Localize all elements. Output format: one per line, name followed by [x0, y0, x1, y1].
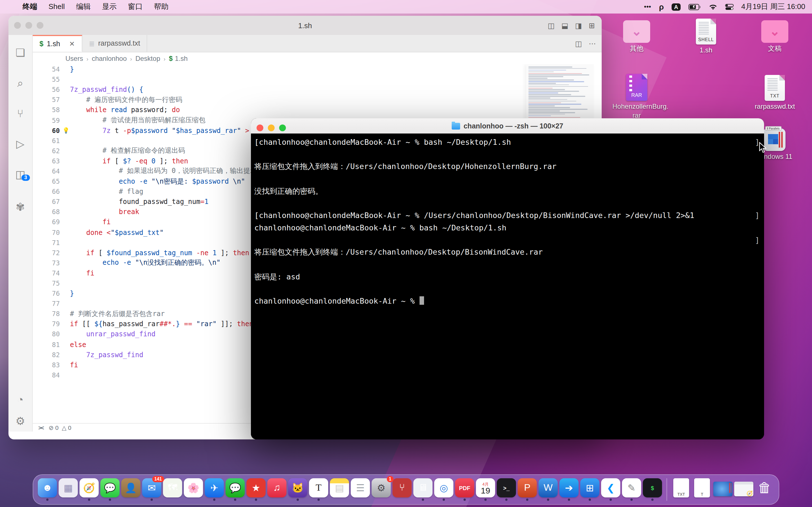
openai-extension-icon[interactable]: ✾ — [8, 202, 32, 212]
menu-bar-clock[interactable]: 4月19日 周三 16:00 — [741, 2, 805, 12]
dock-icon-wechat[interactable]: 💬 — [225, 478, 245, 501]
breadcrumb[interactable]: Users›chanlonhoo›Desktop›$1.sh — [33, 52, 602, 65]
breadcrumb-segment[interactable]: chanlonhoo — [92, 55, 126, 62]
terminal-row — [254, 259, 761, 271]
toggle-secondary-sidebar-icon[interactable]: ◨ — [575, 21, 582, 30]
dock-icon-safari[interactable]: 🧭 — [80, 478, 99, 501]
tab-rarpasswd-txt[interactable]: ≣ rarpasswd.txt — [82, 35, 147, 52]
dock-icon-github-desktop[interactable]: 🐱 — [288, 478, 307, 501]
extensions-icon[interactable]: ◫3 — [8, 169, 32, 180]
toggle-panel-icon[interactable]: ⬓ — [561, 21, 568, 30]
more-status-icon[interactable]: ••• — [644, 3, 651, 11]
dock-icon-textedit[interactable]: ✎ — [622, 478, 641, 501]
input-source-icon[interactable]: A — [672, 3, 680, 10]
breadcrumb-segment[interactable]: Desktop — [135, 55, 160, 62]
menu-item-帮助[interactable]: 帮助 — [148, 2, 174, 11]
document-icon: TXT — [765, 75, 785, 101]
dock-icon-system-settings[interactable]: ⚙1 — [371, 478, 391, 501]
dock: ☻▦🧭💬👤✉141🗺🌸✈💬★♫🐱T▤☰⚙1⑂🖥◎PDF4月19>_PW➔⊞❮✎$… — [33, 474, 779, 505]
vscode-icon: ❮ — [601, 478, 620, 497]
dock-icon-contacts[interactable]: 👤 — [121, 478, 140, 501]
terminal-content[interactable]: [chanlonhoo@chanlondeMacBook-Air ~ % bas… — [251, 133, 764, 439]
desktop-icon-file-rarpasswd[interactable]: TXTrarpasswd.txt — [751, 75, 799, 111]
dock-icon-parallels-desktop[interactable]: 🖥 — [413, 478, 433, 501]
minimap[interactable] — [526, 64, 594, 126]
toggle-primary-sidebar-icon[interactable]: ◫ — [548, 21, 555, 30]
search-icon[interactable]: ⌕ — [8, 78, 32, 89]
zoom-window-button[interactable] — [279, 124, 286, 131]
close-tab-icon[interactable]: ✕ — [69, 40, 75, 48]
more-actions-icon[interactable]: ⋯ — [589, 39, 596, 48]
dock-icon-notes[interactable]: ▤ — [330, 478, 349, 501]
menu-item-显示[interactable]: 显示 — [96, 2, 122, 11]
dock-icon-messages[interactable]: 💬 — [100, 478, 119, 501]
wifi-icon[interactable] — [709, 4, 717, 10]
dock-icon-vscode[interactable]: ❮ — [601, 478, 620, 501]
dock-icon-maps[interactable]: 🗺 — [163, 478, 182, 501]
minimize-window-button[interactable] — [268, 124, 274, 131]
terminal-row: chanlonhoo@chanlondeMacBook-Air ~ % — [254, 295, 761, 307]
menu-item-Shell[interactable]: Shell — [43, 2, 70, 11]
explorer-icon[interactable]: ❏ — [8, 47, 32, 58]
dock-icon-mail[interactable]: ✉141 — [142, 478, 161, 501]
source-control-icon[interactable]: ⑂ — [8, 108, 32, 119]
dock-icon-music[interactable]: ♫ — [267, 478, 287, 501]
dock-icon-pdf-expert[interactable]: PDF — [455, 478, 474, 501]
word-icon: W — [539, 478, 558, 497]
settings-gear-icon[interactable]: ⚙ — [8, 416, 32, 427]
desktop-icon-file-rar[interactable]: RARHohenzollernBurg. rar — [612, 74, 661, 120]
dock-item-minimized-windows-window[interactable] — [713, 480, 732, 500]
minimize-window-button[interactable] — [26, 22, 32, 29]
dock-item-t-document[interactable]: T — [693, 478, 712, 501]
control-center-icon[interactable] — [725, 4, 733, 10]
dock-icon-weread[interactable]: ★ — [246, 478, 266, 501]
dock-icon-rings-app[interactable]: ◎ — [434, 478, 453, 501]
dock-icon-launchpad[interactable]: ▦ — [59, 478, 78, 501]
close-window-button[interactable] — [257, 124, 263, 131]
breadcrumb-segment[interactable]: Users — [65, 55, 83, 62]
menu-item-窗口[interactable]: 窗口 — [122, 2, 148, 11]
menu-item-编辑[interactable]: 编辑 — [70, 2, 96, 11]
desktop-icon-file-1sh[interactable]: SHELL1.sh — [682, 18, 730, 55]
tab-1sh[interactable]: $ 1.sh ✕ — [33, 35, 82, 52]
dock-icon-git-fork-red[interactable]: ⑂ — [393, 478, 412, 501]
dock-icon-telegram-wing[interactable]: ✈ — [205, 478, 224, 501]
running-indicator-dot — [46, 499, 49, 501]
running-indicator-dot — [88, 499, 90, 501]
vscode-title-bar[interactable]: 1.sh ◫ ⬓ ◨ ⊞ — [8, 16, 602, 35]
zoom-window-button[interactable] — [37, 22, 43, 29]
pdf-expert-icon: PDF — [455, 478, 474, 497]
problems-status[interactable]: ⊘ 0 △ 0 — [49, 424, 71, 431]
terminal-window-title: chanlonhoo — -zsh — 100×27 — [463, 122, 563, 130]
dock-icon-photos[interactable]: 🌸 — [184, 478, 203, 501]
terminal-title-bar[interactable]: chanlonhoo — -zsh — 100×27 — [251, 118, 764, 134]
breadcrumb-file[interactable]: $1.sh — [169, 55, 188, 62]
dock-icon-typora[interactable]: T — [309, 478, 328, 501]
dock-item-minimized-safari-window[interactable]: 🧭 — [734, 480, 753, 500]
desktop-icon-folder-stack-other[interactable]: ⌄其他 — [612, 20, 661, 53]
run-debug-icon[interactable]: ▷ — [8, 138, 32, 149]
customize-layout-icon[interactable]: ⊞ — [589, 21, 595, 30]
dock-icon-terminal[interactable]: >_ — [497, 478, 516, 501]
remote-indicator-icon[interactable]: >< — [38, 424, 43, 431]
dock-icon-calendar[interactable]: 4月19 — [476, 478, 495, 501]
split-editor-icon[interactable]: ◫ — [575, 39, 582, 48]
parallels-status-icon[interactable]: ρ — [659, 2, 664, 11]
dock-icon-iterm[interactable]: $ — [643, 478, 662, 501]
accounts-icon[interactable]: ◔ — [8, 394, 32, 405]
battery-icon[interactable] — [688, 4, 701, 10]
dock-item-txt-file[interactable]: TXT — [672, 478, 691, 501]
dock-item-trash[interactable]: 🗑 — [755, 478, 774, 501]
dock-icon-windows-11-vm[interactable]: ⊞ — [580, 478, 599, 501]
vscode-traffic-lights — [14, 22, 43, 29]
desktop-icon-folder-stack-documents[interactable]: ⌄文稿 — [751, 20, 799, 53]
lightbulb-icon[interactable]: 💡 — [62, 127, 70, 133]
close-window-button[interactable] — [14, 22, 21, 29]
dock-icon-reminders[interactable]: ☰ — [351, 478, 370, 501]
notification-badge: 1 — [387, 476, 394, 482]
menu-item-终端[interactable]: 终端 — [17, 2, 43, 11]
dock-icon-blue-arrow-app[interactable]: ➔ — [559, 478, 578, 501]
dock-icon-finder[interactable]: ☻ — [38, 478, 57, 501]
dock-icon-powerpoint[interactable]: P — [518, 478, 537, 501]
dock-icon-word[interactable]: W — [539, 478, 558, 501]
